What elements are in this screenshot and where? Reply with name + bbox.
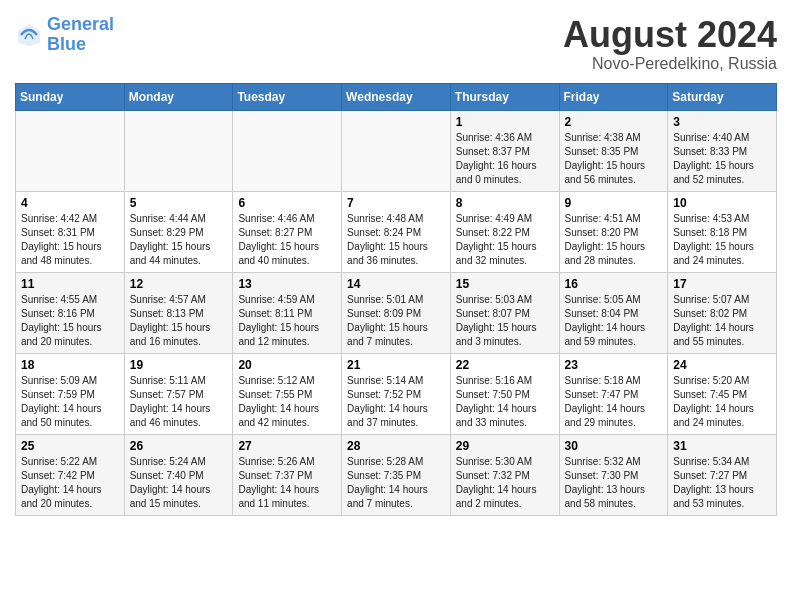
day-info: Sunrise: 5:24 AMSunset: 7:40 PMDaylight:…: [130, 455, 228, 511]
day-number: 2: [565, 115, 663, 129]
calendar-cell: 5Sunrise: 4:44 AMSunset: 8:29 PMDaylight…: [124, 191, 233, 272]
day-number: 29: [456, 439, 554, 453]
day-info: Sunrise: 5:22 AMSunset: 7:42 PMDaylight:…: [21, 455, 119, 511]
weekday-header-saturday: Saturday: [668, 83, 777, 110]
day-number: 4: [21, 196, 119, 210]
day-info: Sunrise: 4:40 AMSunset: 8:33 PMDaylight:…: [673, 131, 771, 187]
day-number: 10: [673, 196, 771, 210]
day-info: Sunrise: 5:01 AMSunset: 8:09 PMDaylight:…: [347, 293, 445, 349]
weekday-header-tuesday: Tuesday: [233, 83, 342, 110]
day-number: 1: [456, 115, 554, 129]
day-number: 14: [347, 277, 445, 291]
weekday-header-thursday: Thursday: [450, 83, 559, 110]
calendar-cell: 24Sunrise: 5:20 AMSunset: 7:45 PMDayligh…: [668, 353, 777, 434]
day-info: Sunrise: 5:30 AMSunset: 7:32 PMDaylight:…: [456, 455, 554, 511]
day-info: Sunrise: 5:16 AMSunset: 7:50 PMDaylight:…: [456, 374, 554, 430]
calendar-table: SundayMondayTuesdayWednesdayThursdayFrid…: [15, 83, 777, 516]
day-info: Sunrise: 4:48 AMSunset: 8:24 PMDaylight:…: [347, 212, 445, 268]
weekday-header-row: SundayMondayTuesdayWednesdayThursdayFrid…: [16, 83, 777, 110]
calendar-cell: 9Sunrise: 4:51 AMSunset: 8:20 PMDaylight…: [559, 191, 668, 272]
calendar-header: SundayMondayTuesdayWednesdayThursdayFrid…: [16, 83, 777, 110]
calendar-cell: [124, 110, 233, 191]
day-info: Sunrise: 4:46 AMSunset: 8:27 PMDaylight:…: [238, 212, 336, 268]
day-info: Sunrise: 4:49 AMSunset: 8:22 PMDaylight:…: [456, 212, 554, 268]
day-number: 18: [21, 358, 119, 372]
calendar-cell: 14Sunrise: 5:01 AMSunset: 8:09 PMDayligh…: [342, 272, 451, 353]
logo-text: General Blue: [47, 15, 114, 55]
day-info: Sunrise: 5:34 AMSunset: 7:27 PMDaylight:…: [673, 455, 771, 511]
day-number: 27: [238, 439, 336, 453]
month-title: August 2024: [563, 15, 777, 55]
day-number: 16: [565, 277, 663, 291]
calendar-cell: 23Sunrise: 5:18 AMSunset: 7:47 PMDayligh…: [559, 353, 668, 434]
calendar-week-1: 1Sunrise: 4:36 AMSunset: 8:37 PMDaylight…: [16, 110, 777, 191]
day-info: Sunrise: 5:07 AMSunset: 8:02 PMDaylight:…: [673, 293, 771, 349]
page-header: General Blue August 2024 Novo-Peredelkin…: [15, 15, 777, 73]
calendar-cell: 13Sunrise: 4:59 AMSunset: 8:11 PMDayligh…: [233, 272, 342, 353]
day-number: 8: [456, 196, 554, 210]
calendar-cell: 31Sunrise: 5:34 AMSunset: 7:27 PMDayligh…: [668, 434, 777, 515]
day-info: Sunrise: 4:55 AMSunset: 8:16 PMDaylight:…: [21, 293, 119, 349]
day-info: Sunrise: 4:38 AMSunset: 8:35 PMDaylight:…: [565, 131, 663, 187]
calendar-cell: 7Sunrise: 4:48 AMSunset: 8:24 PMDaylight…: [342, 191, 451, 272]
calendar-cell: 27Sunrise: 5:26 AMSunset: 7:37 PMDayligh…: [233, 434, 342, 515]
calendar-body: 1Sunrise: 4:36 AMSunset: 8:37 PMDaylight…: [16, 110, 777, 515]
day-info: Sunrise: 5:26 AMSunset: 7:37 PMDaylight:…: [238, 455, 336, 511]
day-info: Sunrise: 5:18 AMSunset: 7:47 PMDaylight:…: [565, 374, 663, 430]
day-info: Sunrise: 5:03 AMSunset: 8:07 PMDaylight:…: [456, 293, 554, 349]
day-number: 21: [347, 358, 445, 372]
day-number: 23: [565, 358, 663, 372]
calendar-cell: 20Sunrise: 5:12 AMSunset: 7:55 PMDayligh…: [233, 353, 342, 434]
calendar-cell: [342, 110, 451, 191]
day-info: Sunrise: 4:51 AMSunset: 8:20 PMDaylight:…: [565, 212, 663, 268]
calendar-cell: 8Sunrise: 4:49 AMSunset: 8:22 PMDaylight…: [450, 191, 559, 272]
calendar-cell: 19Sunrise: 5:11 AMSunset: 7:57 PMDayligh…: [124, 353, 233, 434]
day-number: 13: [238, 277, 336, 291]
calendar-cell: 17Sunrise: 5:07 AMSunset: 8:02 PMDayligh…: [668, 272, 777, 353]
day-number: 26: [130, 439, 228, 453]
day-number: 5: [130, 196, 228, 210]
day-info: Sunrise: 5:11 AMSunset: 7:57 PMDaylight:…: [130, 374, 228, 430]
calendar-cell: 22Sunrise: 5:16 AMSunset: 7:50 PMDayligh…: [450, 353, 559, 434]
calendar-cell: 18Sunrise: 5:09 AMSunset: 7:59 PMDayligh…: [16, 353, 125, 434]
calendar-cell: 28Sunrise: 5:28 AMSunset: 7:35 PMDayligh…: [342, 434, 451, 515]
calendar-week-3: 11Sunrise: 4:55 AMSunset: 8:16 PMDayligh…: [16, 272, 777, 353]
day-info: Sunrise: 4:36 AMSunset: 8:37 PMDaylight:…: [456, 131, 554, 187]
day-number: 28: [347, 439, 445, 453]
calendar-cell: 4Sunrise: 4:42 AMSunset: 8:31 PMDaylight…: [16, 191, 125, 272]
calendar-cell: 2Sunrise: 4:38 AMSunset: 8:35 PMDaylight…: [559, 110, 668, 191]
day-info: Sunrise: 4:42 AMSunset: 8:31 PMDaylight:…: [21, 212, 119, 268]
day-number: 25: [21, 439, 119, 453]
calendar-cell: [233, 110, 342, 191]
calendar-week-5: 25Sunrise: 5:22 AMSunset: 7:42 PMDayligh…: [16, 434, 777, 515]
day-info: Sunrise: 5:20 AMSunset: 7:45 PMDaylight:…: [673, 374, 771, 430]
day-number: 7: [347, 196, 445, 210]
day-number: 22: [456, 358, 554, 372]
day-info: Sunrise: 5:14 AMSunset: 7:52 PMDaylight:…: [347, 374, 445, 430]
day-number: 15: [456, 277, 554, 291]
day-number: 19: [130, 358, 228, 372]
logo-line1: General: [47, 14, 114, 34]
calendar-cell: 6Sunrise: 4:46 AMSunset: 8:27 PMDaylight…: [233, 191, 342, 272]
day-number: 17: [673, 277, 771, 291]
day-info: Sunrise: 5:05 AMSunset: 8:04 PMDaylight:…: [565, 293, 663, 349]
logo-line2: Blue: [47, 35, 114, 55]
day-number: 9: [565, 196, 663, 210]
day-info: Sunrise: 4:57 AMSunset: 8:13 PMDaylight:…: [130, 293, 228, 349]
weekday-header-wednesday: Wednesday: [342, 83, 451, 110]
day-number: 20: [238, 358, 336, 372]
calendar-cell: 12Sunrise: 4:57 AMSunset: 8:13 PMDayligh…: [124, 272, 233, 353]
day-number: 31: [673, 439, 771, 453]
calendar-cell: 16Sunrise: 5:05 AMSunset: 8:04 PMDayligh…: [559, 272, 668, 353]
calendar-cell: 15Sunrise: 5:03 AMSunset: 8:07 PMDayligh…: [450, 272, 559, 353]
weekday-header-sunday: Sunday: [16, 83, 125, 110]
calendar-cell: 25Sunrise: 5:22 AMSunset: 7:42 PMDayligh…: [16, 434, 125, 515]
calendar-cell: 11Sunrise: 4:55 AMSunset: 8:16 PMDayligh…: [16, 272, 125, 353]
calendar-cell: 30Sunrise: 5:32 AMSunset: 7:30 PMDayligh…: [559, 434, 668, 515]
calendar-week-4: 18Sunrise: 5:09 AMSunset: 7:59 PMDayligh…: [16, 353, 777, 434]
day-info: Sunrise: 5:28 AMSunset: 7:35 PMDaylight:…: [347, 455, 445, 511]
location: Novo-Peredelkino, Russia: [563, 55, 777, 73]
day-info: Sunrise: 5:12 AMSunset: 7:55 PMDaylight:…: [238, 374, 336, 430]
day-info: Sunrise: 5:09 AMSunset: 7:59 PMDaylight:…: [21, 374, 119, 430]
day-info: Sunrise: 4:53 AMSunset: 8:18 PMDaylight:…: [673, 212, 771, 268]
